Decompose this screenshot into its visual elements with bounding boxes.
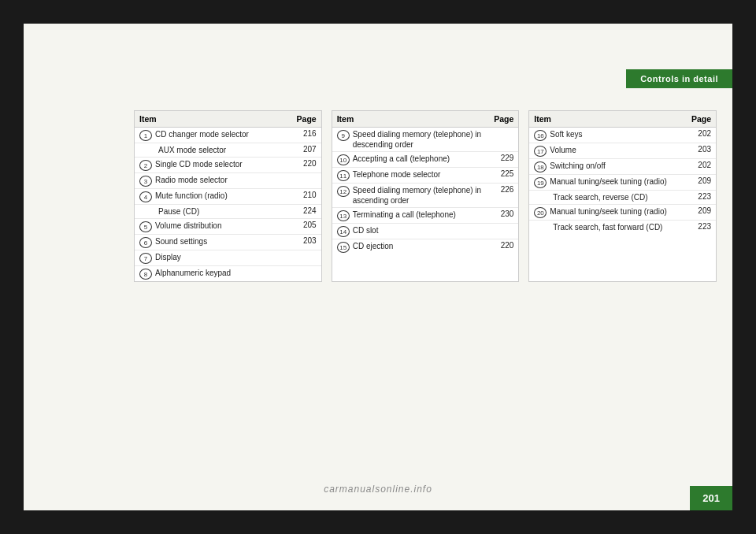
- row-number: 13: [337, 210, 350, 221]
- row-page-number: 202: [695, 161, 711, 169]
- row-page-number: 205: [300, 221, 317, 229]
- table-row: 19Manual tuning/seek tuning (radio)209: [529, 175, 716, 191]
- row-item-text: CD changer mode selector: [155, 129, 300, 139]
- row-number: 18: [534, 161, 547, 172]
- table-header: ItemPage: [332, 111, 519, 128]
- row-item-text: Alphanumeric keypad: [155, 268, 313, 278]
- row-item-text: Radio mode selector: [155, 175, 313, 185]
- tables-container: ItemPage1CD changer mode selector216AUX …: [134, 110, 717, 282]
- page-col-header: Page: [494, 114, 513, 124]
- table-row: 7Display: [135, 250, 321, 266]
- table-header: ItemPage: [529, 111, 716, 128]
- table-table2: ItemPage9Speed dialing memory (telephone…: [332, 110, 520, 282]
- row-page-number: 210: [300, 191, 317, 199]
- page-number-label: 201: [702, 492, 720, 504]
- row-item-text: Accepting a call (telephone): [353, 154, 498, 164]
- row-number: 5: [139, 221, 152, 232]
- table-row: 5Volume distribution205: [135, 219, 321, 235]
- table-row: 3Radio mode selector: [135, 173, 321, 189]
- table-row: 20Manual tuning/seek tuning (radio)209: [529, 205, 716, 221]
- table-row: 10Accepting a call (telephone)229: [332, 152, 519, 168]
- row-page-number: 224: [300, 206, 317, 215]
- table-row: 12Speed dialing memory (telephone) in as…: [332, 184, 519, 208]
- row-page-number: 209: [695, 206, 711, 215]
- row-page-number: 203: [300, 236, 317, 245]
- row-item-text: CD ejection: [353, 241, 498, 251]
- header-tab: Controls in detail: [626, 69, 732, 88]
- row-number: 1: [139, 130, 152, 141]
- row-number: 15: [337, 242, 350, 253]
- row-item-text: Manual tuning/seek tuning (radio): [550, 206, 695, 217]
- row-item-text: Pause (CD): [158, 206, 300, 217]
- row-item-text: Speed dialing memory (telephone) in asce…: [353, 185, 498, 206]
- row-item-text: Manual tuning/seek tuning (radio): [550, 176, 695, 187]
- table-row: 11Telephone mode selector225: [332, 168, 519, 184]
- table-row: 8Alphanumeric keypad: [135, 266, 321, 281]
- table-row: 16Soft keys202: [529, 128, 716, 143]
- row-item-text: Switching on/off: [550, 161, 695, 171]
- row-page-number: 230: [498, 210, 514, 218]
- page-number: 201: [690, 486, 732, 510]
- table-table3: ItemPage16Soft keys20217Volume20318Switc…: [528, 110, 717, 282]
- row-item-text: Track search, fast forward (CD): [553, 222, 695, 232]
- row-number: 2: [139, 160, 152, 171]
- table-row: Track search, fast forward (CD)223: [529, 221, 716, 235]
- row-number: 6: [139, 237, 152, 248]
- row-page-number: 209: [695, 176, 711, 185]
- table-row: Track search, reverse (CD)223: [529, 191, 716, 205]
- row-number: 7: [139, 253, 152, 264]
- row-page-number: 225: [498, 169, 514, 178]
- row-number: 16: [534, 130, 547, 141]
- row-item-text: AUX mode selector: [158, 145, 300, 155]
- item-col-header: Item: [139, 114, 157, 124]
- row-number: 9: [337, 130, 350, 141]
- table-table1: ItemPage1CD changer mode selector216AUX …: [134, 110, 322, 282]
- row-page-number: 202: [695, 129, 711, 138]
- page-col-header: Page: [691, 114, 711, 124]
- item-col-header: Item: [337, 114, 354, 124]
- row-item-text: Volume: [550, 145, 695, 155]
- row-page-number: 226: [498, 185, 514, 194]
- row-number: 20: [534, 207, 547, 218]
- watermark: carmanualsonline.info: [324, 484, 432, 495]
- row-item-text: Track search, reverse (CD): [553, 192, 695, 202]
- row-number: 8: [139, 269, 152, 280]
- row-number: 17: [534, 146, 547, 157]
- row-number: 11: [337, 170, 350, 181]
- row-number: 3: [139, 176, 152, 187]
- row-page-number: 220: [498, 241, 514, 250]
- item-col-header: Item: [534, 114, 551, 124]
- table-row: Pause (CD)224: [135, 205, 321, 219]
- table-row: 4Mute function (radio)210: [135, 189, 321, 205]
- row-page-number: 216: [300, 129, 317, 138]
- row-number: 19: [534, 177, 547, 188]
- row-page-number: 203: [695, 145, 711, 154]
- row-page-number: 220: [300, 159, 317, 168]
- row-item-text: Volume distribution: [155, 221, 300, 231]
- row-item-text: Single CD mode selector: [155, 159, 300, 169]
- table-row: 18Switching on/off202: [529, 159, 716, 175]
- header-tab-label: Controls in detail: [640, 74, 718, 83]
- table-row: 6Sound settings203: [135, 235, 321, 250]
- table-row: 17Volume203: [529, 143, 716, 159]
- row-item-text: Mute function (radio): [155, 191, 300, 201]
- table-row: 14CD slot: [332, 224, 519, 239]
- row-item-text: Display: [155, 252, 313, 262]
- page-col-header: Page: [297, 114, 317, 124]
- row-number: 14: [337, 226, 350, 237]
- row-number: 10: [337, 154, 350, 165]
- table-row: 9Speed dialing memory (telephone) in des…: [332, 128, 519, 152]
- row-page-number: 223: [695, 192, 711, 201]
- row-page-number: 207: [300, 145, 317, 154]
- table-row: 2Single CD mode selector220: [135, 158, 321, 173]
- row-item-text: Soft keys: [550, 129, 695, 139]
- row-item-text: Telephone mode selector: [353, 169, 498, 180]
- row-number: 4: [139, 191, 152, 202]
- table-row: 1CD changer mode selector216: [135, 128, 321, 143]
- row-item-text: Speed dialing memory (telephone) in desc…: [353, 129, 511, 150]
- row-page-number: 223: [695, 222, 711, 231]
- table-row: AUX mode selector207: [135, 143, 321, 158]
- row-item-text: Sound settings: [155, 236, 300, 247]
- table-row: 13Terminating a call (telephone)230: [332, 208, 519, 224]
- watermark-text: carmanualsonline.info: [324, 484, 432, 495]
